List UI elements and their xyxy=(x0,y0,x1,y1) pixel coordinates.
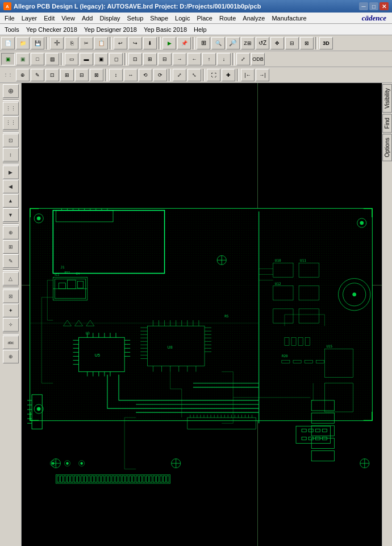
menu-yep-checker[interactable]: Yep Checker 2018 xyxy=(23,25,81,34)
tb3-btn1[interactable]: ⊕ xyxy=(16,69,30,81)
lt-btn3[interactable]: ⋮⋮ xyxy=(3,116,19,130)
tb2-btn1[interactable]: ▣ xyxy=(1,53,15,65)
menu-edit[interactable]: Edit xyxy=(40,14,58,23)
svg-rect-176 xyxy=(129,476,131,482)
lt-btn17[interactable]: ⊕ xyxy=(3,350,19,363)
lt-btn2[interactable]: ⋮⋮ xyxy=(3,102,19,115)
tb2-btn10[interactable]: ⊞ xyxy=(143,53,157,65)
tb2-btn17[interactable]: ODB xyxy=(251,53,265,65)
pcb-canvas[interactable]: IC1 R12 C4 xyxy=(22,83,382,546)
tb-zoom-in[interactable]: 🔍 xyxy=(211,37,225,49)
tb3-btn13[interactable]: ⛶ xyxy=(207,69,220,81)
tb-run[interactable]: ▶ xyxy=(162,37,176,49)
menu-file[interactable]: File xyxy=(1,14,18,23)
menu-help[interactable]: Help xyxy=(190,25,210,34)
lt-btn12[interactable]: ✎ xyxy=(3,254,19,268)
lt-btn9[interactable]: ▼ xyxy=(3,208,19,222)
lt-btn6[interactable]: ▶ xyxy=(3,166,19,179)
lt-btn5[interactable]: ↕ xyxy=(3,148,19,162)
tb-zoom-out[interactable]: 🔎 xyxy=(226,37,240,49)
tb-3d[interactable]: 3D xyxy=(319,37,333,49)
tb-zoom-prev[interactable]: ↺Z xyxy=(256,37,269,49)
tb2-btn11[interactable]: ⊟ xyxy=(158,53,172,65)
tb2-btn13[interactable]: ← xyxy=(187,53,201,65)
tb-pin[interactable]: 📌 xyxy=(177,37,191,49)
tb2-btn15[interactable]: ↓ xyxy=(217,53,231,65)
tb-zoom-sel[interactable]: ⊠ xyxy=(300,37,314,49)
tb-redo-down[interactable]: ⬇ xyxy=(143,37,157,49)
tb3-btn12[interactable]: ⤡ xyxy=(187,69,201,81)
tb2-btn16[interactable]: ⤢ xyxy=(236,53,250,65)
tb3-btn6[interactable]: ⊠ xyxy=(90,69,103,81)
menu-route[interactable]: Route xyxy=(216,14,239,23)
tb-undo[interactable]: ↩ xyxy=(114,37,127,49)
tb-new[interactable]: 📄 xyxy=(1,37,15,49)
svg-point-98 xyxy=(37,407,40,411)
close-button[interactable]: ✕ xyxy=(380,2,389,10)
tb2-btn14[interactable]: ↑ xyxy=(202,53,216,65)
menu-view[interactable]: View xyxy=(58,14,78,23)
lt-btn11[interactable]: ⊞ xyxy=(3,240,19,254)
tb2-btn8[interactable]: ◻ xyxy=(109,53,123,65)
tb3-btn9[interactable]: ⟲ xyxy=(139,69,152,81)
sidebar-tab-visibility[interactable]: Visibility xyxy=(382,84,392,113)
lt-btn8[interactable]: ▲ xyxy=(3,194,19,208)
minimize-button[interactable]: ─ xyxy=(359,2,368,10)
tb2-btn9[interactable]: ⊡ xyxy=(128,53,142,65)
tb-open[interactable]: 📁 xyxy=(16,37,30,49)
tb-zoom-win[interactable]: Z⊞ xyxy=(241,37,255,49)
tb3-btn15[interactable]: |← xyxy=(241,69,255,81)
tb-cross[interactable]: ✛ xyxy=(50,37,64,49)
menu-logic[interactable]: Logic xyxy=(172,14,193,23)
tb3-btn8[interactable]: ↔ xyxy=(124,69,137,81)
menu-yep-designer[interactable]: Yep Designer 2018 xyxy=(81,25,140,34)
tb3-btn4[interactable]: ⊞ xyxy=(60,69,74,81)
lt-btn7[interactable]: ◀ xyxy=(3,180,19,193)
tb2-btn4[interactable]: ▨ xyxy=(45,53,59,65)
sidebar-tab-find[interactable]: Find xyxy=(382,114,392,133)
tb-pan[interactable]: ✥ xyxy=(270,37,284,49)
menu-setup[interactable]: Setup xyxy=(124,14,147,23)
menu-yep-basic[interactable]: Yep Basic 2018 xyxy=(140,25,190,34)
tb-zoom-all[interactable]: ⊟ xyxy=(285,37,299,49)
menu-place[interactable]: Place xyxy=(193,14,216,23)
tb3-btn5[interactable]: ⊟ xyxy=(75,69,89,81)
tb-cut[interactable]: ✂ xyxy=(80,37,93,49)
menu-add[interactable]: Add xyxy=(78,14,97,23)
tb3-btn2[interactable]: ✎ xyxy=(31,69,44,81)
lt-select[interactable]: ⊕ xyxy=(3,84,19,98)
tb-paste[interactable]: 📋 xyxy=(94,37,108,49)
tb3-btn3[interactable]: ⊡ xyxy=(45,69,59,81)
lt-btn14[interactable]: ⊠ xyxy=(3,289,19,303)
maximize-button[interactable]: □ xyxy=(369,2,378,10)
tb2-btn5[interactable]: ▭ xyxy=(65,53,78,65)
lt-btn4[interactable]: ⊡ xyxy=(3,134,19,147)
tb3-btn16[interactable]: →| xyxy=(256,69,269,81)
tb-copy[interactable]: ⎘ xyxy=(65,37,78,49)
lt-text[interactable]: abc xyxy=(3,336,19,349)
menu-tools[interactable]: Tools xyxy=(1,25,23,34)
tb-save[interactable]: 💾 xyxy=(31,37,44,49)
tb3-btn14[interactable]: ✚ xyxy=(222,69,235,81)
tb2-btn3[interactable]: □ xyxy=(31,53,44,65)
tb3-btn10[interactable]: ⟳ xyxy=(153,69,167,81)
tb2-btn12[interactable]: → xyxy=(173,53,186,65)
tb2-btn6[interactable]: ▬ xyxy=(80,53,93,65)
lt-btn15[interactable]: ✦ xyxy=(3,304,19,317)
tb3-btn7[interactable]: ↕ xyxy=(109,69,123,81)
tb2-btn2[interactable]: ▣ xyxy=(16,53,30,65)
sidebar-tab-options[interactable]: Options xyxy=(382,134,392,161)
tb2-btn7[interactable]: ▣ xyxy=(94,53,108,65)
tb-redo-back[interactable]: ↪ xyxy=(128,37,142,49)
lt-btn13[interactable]: △ xyxy=(3,272,19,286)
svg-text:U3: U3 xyxy=(86,331,90,335)
tb-zoom-fit[interactable]: ⊞ xyxy=(197,37,210,49)
lt-btn10[interactable]: ⊕ xyxy=(3,226,19,239)
menu-shape[interactable]: Shape xyxy=(147,14,172,23)
tb3-btn11[interactable]: ⤢ xyxy=(173,69,186,81)
menu-display[interactable]: Display xyxy=(96,14,123,23)
menu-layer[interactable]: Layer xyxy=(18,14,41,23)
menu-analyze[interactable]: Analyze xyxy=(239,14,268,23)
menu-manufacture[interactable]: Manufacture xyxy=(268,14,310,23)
lt-btn16[interactable]: ✧ xyxy=(3,318,19,332)
